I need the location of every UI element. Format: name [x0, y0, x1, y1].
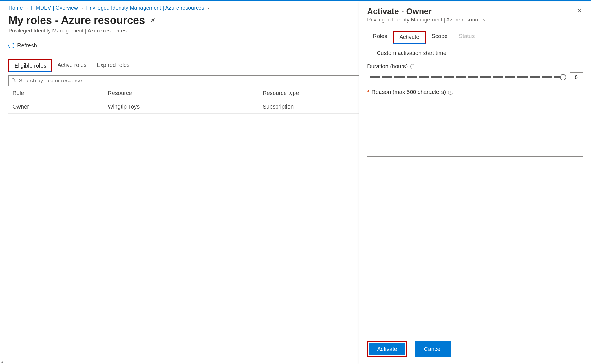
slider-segment — [530, 76, 540, 78]
duration-value[interactable]: 8 — [570, 72, 583, 82]
panel-subtitle: Privileged Identity Management | Azure r… — [367, 17, 485, 23]
refresh-label: Refresh — [17, 42, 37, 49]
breadcrumb-sep: › — [26, 6, 28, 10]
breadcrumb-level1[interactable]: FIMDEV | Overview — [31, 5, 78, 11]
slider-segment — [505, 76, 515, 78]
slider-segment — [456, 76, 466, 78]
reason-label: Reason (max 500 characters) — [372, 89, 446, 95]
slider-segment — [468, 76, 479, 78]
slider-segment — [542, 76, 552, 78]
breadcrumb-sep: › — [207, 6, 210, 10]
tab-expired-roles[interactable]: Expired roles — [92, 59, 135, 72]
panel-tabs: Roles Activate Scope Status — [367, 31, 583, 44]
custom-start-label: Custom activation start time — [377, 50, 446, 56]
tab-scope[interactable]: Scope — [426, 31, 453, 44]
slider-segment — [480, 76, 491, 78]
slider-segment — [382, 76, 393, 78]
search-icon — [11, 78, 16, 83]
breadcrumb-home[interactable]: Home — [8, 5, 23, 11]
svg-line-1 — [14, 81, 15, 82]
slider-segment — [394, 76, 405, 78]
reason-field: *Reason (max 500 characters) i — [367, 89, 583, 158]
cancel-button[interactable]: Cancel — [415, 341, 451, 357]
cell-role: Owner — [8, 100, 104, 114]
activate-panel: Activate - Owner Privileged Identity Man… — [359, 2, 591, 364]
tab-eligible-roles[interactable]: Eligible roles — [8, 59, 52, 72]
tab-activate[interactable]: Activate — [393, 31, 426, 44]
svg-point-0 — [12, 79, 14, 81]
col-role[interactable]: Role — [8, 87, 104, 100]
panel-header: Activate - Owner Privileged Identity Man… — [367, 7, 583, 23]
panel-footer: Activate Cancel — [367, 337, 583, 357]
slider-segment — [493, 76, 503, 78]
activate-button[interactable]: Activate — [369, 343, 405, 355]
close-icon[interactable]: ✕ — [576, 7, 583, 15]
page-title: My roles - Azure resources — [8, 14, 145, 27]
tab-roles[interactable]: Roles — [367, 31, 393, 44]
custom-start-row: Custom activation start time — [367, 50, 583, 56]
breadcrumb-sep: › — [81, 6, 83, 10]
scroll-left-caret[interactable]: ◄ — [1, 360, 4, 364]
tab-status: Status — [453, 31, 480, 44]
duration-label: Duration (hours) — [367, 63, 408, 70]
cell-resource: Wingtip Toys — [104, 100, 259, 114]
duration-slider-row: 8 — [367, 72, 583, 82]
duration-field: Duration (hours) i 8 — [367, 63, 583, 82]
required-star: * — [367, 89, 369, 95]
reason-textarea[interactable] — [367, 98, 583, 157]
info-icon[interactable]: i — [448, 90, 453, 95]
slider-segment — [407, 76, 417, 78]
slider-thumb-icon[interactable] — [560, 74, 566, 80]
slider-segment — [419, 76, 429, 78]
activate-highlight: Activate — [367, 341, 407, 357]
panel-body: Custom activation start time Duration (h… — [367, 50, 583, 158]
breadcrumb-level2[interactable]: Privileged Identity Management | Azure r… — [86, 5, 204, 11]
slider-segment — [444, 76, 454, 78]
slider-segment — [370, 76, 380, 78]
col-resource[interactable]: Resource — [104, 87, 259, 100]
tab-active-roles[interactable]: Active roles — [52, 59, 91, 72]
info-icon[interactable]: i — [410, 64, 415, 69]
duration-slider[interactable] — [370, 76, 564, 79]
custom-start-checkbox[interactable] — [367, 50, 373, 56]
refresh-icon — [8, 42, 16, 50]
slider-segment — [431, 76, 442, 78]
slider-segment — [517, 76, 528, 78]
pin-icon[interactable] — [150, 17, 156, 24]
panel-title: Activate - Owner — [367, 7, 485, 16]
